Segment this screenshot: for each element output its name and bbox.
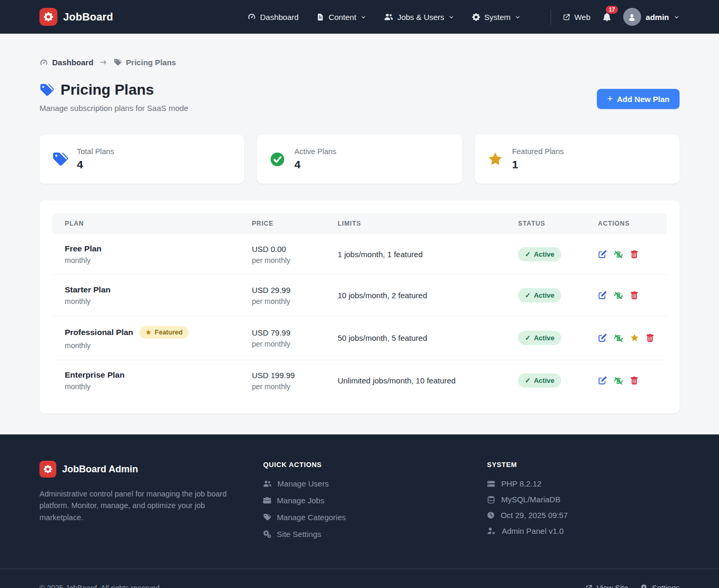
copyright-text: © 2025 JobBoard. All rights reserved. (39, 584, 162, 588)
footer-link-manage-jobs[interactable]: Manage Jobs (263, 496, 471, 505)
plan-period: monthly (65, 256, 226, 265)
briefcase-icon (263, 496, 271, 504)
nav-label: Jobs & Users (397, 13, 444, 22)
footer-link-label: Manage Categories (277, 513, 346, 522)
stat-value: 1 (512, 158, 564, 171)
eye-slash-icon (614, 376, 623, 386)
database-icon (487, 495, 495, 504)
footer-brand-column: JobBoard Admin Administrative control pa… (39, 461, 247, 546)
plan-name: Free Plan (65, 244, 226, 254)
featured-badge: Featured (139, 326, 188, 339)
footer-link-site-settings[interactable]: Site Settings (263, 530, 471, 539)
nav-label: Content (328, 13, 356, 22)
stat-card-total-plans: Total Plans 4 (39, 135, 244, 184)
tag-icon (114, 58, 122, 66)
hide-plan-button[interactable] (614, 333, 623, 343)
table-row-enterprise-plan: Enterprise Plan monthly USD 199.99 per m… (52, 360, 667, 401)
plan-limits: 1 jobs/month, 1 featured (337, 250, 423, 259)
breadcrumb-current: Pricing Plans (114, 58, 176, 67)
check-icon: ✓ (525, 377, 531, 384)
status-label: Active (534, 291, 554, 299)
delete-plan-button[interactable] (630, 377, 638, 385)
footer-link-manage-categories[interactable]: Manage Categories (263, 513, 471, 522)
settings-link[interactable]: Settings (641, 584, 680, 588)
chevron-down-icon (361, 14, 366, 20)
user-menu[interactable]: admin (623, 8, 680, 26)
trash-icon (630, 377, 638, 385)
footer-link-manage-users[interactable]: Manage Users (263, 479, 471, 488)
plan-period: monthly (65, 341, 226, 350)
pencil-square-icon (598, 376, 607, 385)
brand-logo-gear-icon (39, 8, 57, 26)
hide-plan-button[interactable] (614, 250, 623, 259)
external-link-icon (585, 584, 593, 588)
stat-value: 4 (294, 158, 336, 171)
table-row-starter-plan: Starter Plan monthly USD 29.99 per month… (52, 275, 667, 316)
plans-table: Plan Price Limits Status Actions Free Pl… (52, 213, 667, 401)
star-icon (145, 329, 152, 336)
brand[interactable]: JobBoard (39, 8, 113, 26)
edit-plan-button[interactable] (598, 250, 607, 259)
delete-plan-button[interactable] (630, 250, 638, 259)
nav-item-content[interactable]: Content (316, 13, 366, 22)
column-header-status: Status (505, 213, 585, 234)
check-circle-icon (269, 151, 285, 167)
web-link[interactable]: Web (563, 13, 591, 22)
featured-badge-label: Featured (155, 329, 183, 336)
footer-link-label: Site Settings (277, 530, 321, 539)
page-subtitle: Manage subscription plans for SaaS mode (39, 104, 188, 113)
bell-icon (602, 12, 612, 22)
user-name: admin (646, 13, 669, 22)
pencil-square-icon (598, 333, 607, 342)
system-item-label: MySQL/MariaDB (501, 495, 561, 504)
stat-card-active-plans: Active Plans 4 (257, 135, 462, 184)
stat-value: 4 (77, 158, 114, 171)
hide-plan-button[interactable] (614, 376, 623, 386)
nav-item-jobs-users[interactable]: Jobs & Users (384, 13, 454, 22)
star-icon (630, 333, 639, 342)
nav-divider (551, 9, 551, 25)
speedometer-icon (39, 58, 48, 67)
page-title: Pricing Plans (39, 82, 188, 98)
delete-plan-button[interactable] (646, 334, 654, 342)
tags-icon (52, 151, 68, 167)
plan-limits: Unlimited jobs/month, 10 featured (337, 376, 455, 385)
plan-name: Enterprise Plan (65, 370, 226, 380)
view-site-link[interactable]: View Site (585, 584, 628, 588)
system-item-database: MySQL/MariaDB (487, 495, 680, 504)
notifications-button[interactable]: 17 (601, 10, 613, 24)
edit-plan-button[interactable] (598, 291, 607, 300)
delete-plan-button[interactable] (630, 291, 638, 300)
arrow-right-icon (99, 58, 107, 66)
add-new-plan-button[interactable]: + Add New Plan (597, 89, 680, 109)
plan-price-period: per monthly (252, 297, 312, 306)
system-item-label: Admin Panel v1.0 (502, 526, 564, 535)
footer-system-column: SYSTEM PHP 8.2.12 MySQL/MariaDB Oct 29, … (487, 461, 680, 546)
speedometer-icon (247, 13, 256, 21)
table-row-free-plan: Free Plan monthly USD 0.00 per monthly 1… (52, 234, 667, 275)
nav-item-system[interactable]: System (472, 13, 521, 22)
edit-plan-button[interactable] (598, 333, 607, 342)
main-nav: Dashboard Content Jobs & Users System (247, 13, 521, 22)
page-title-text: Pricing Plans (61, 82, 154, 98)
breadcrumb-dashboard-link[interactable]: Dashboard (39, 58, 93, 67)
breadcrumb-current-label: Pricing Plans (126, 58, 176, 67)
people-icon (263, 480, 272, 488)
column-header-price: Price (239, 213, 325, 234)
system-title: SYSTEM (487, 461, 680, 469)
eye-slash-icon (614, 291, 623, 300)
quick-actions-title: QUICK ACTIONS (263, 461, 471, 469)
unfeature-plan-button[interactable] (630, 333, 639, 342)
status-label: Active (534, 334, 554, 342)
edit-plan-button[interactable] (598, 376, 607, 385)
tag-icon (263, 513, 271, 521)
nav-label: System (484, 13, 511, 22)
notification-badge: 17 (606, 6, 618, 14)
nav-item-dashboard[interactable]: Dashboard (247, 13, 298, 22)
stat-cards: Total Plans 4 Active Plans 4 Featured Pl… (39, 135, 680, 184)
people-icon (384, 13, 393, 22)
gears-icon (641, 584, 648, 588)
plan-period: monthly (65, 382, 226, 391)
hide-plan-button[interactable] (614, 291, 623, 300)
stat-label: Active Plans (294, 147, 336, 156)
